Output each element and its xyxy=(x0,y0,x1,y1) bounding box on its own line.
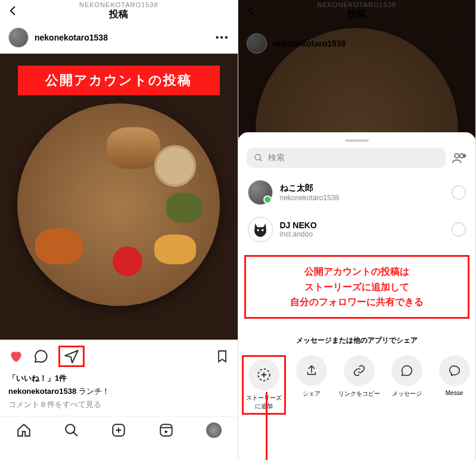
add-to-story-button[interactable]: ストーリーズに追加 xyxy=(242,355,286,415)
svg-rect-5 xyxy=(160,424,172,436)
svg-point-9 xyxy=(455,154,459,158)
contact-avatar xyxy=(248,180,273,205)
post-image[interactable]: 公開アカウントの投稿 xyxy=(0,54,238,340)
like-count[interactable]: 「いいね！」1件 xyxy=(8,373,229,384)
svg-point-0 xyxy=(66,424,74,433)
comment-icon[interactable] xyxy=(33,349,49,364)
search-placeholder: 検索 xyxy=(268,153,285,163)
reels-icon[interactable] xyxy=(158,422,174,438)
header-subtitle: NEKONEKOTARO1538 xyxy=(0,1,238,8)
search-icon[interactable] xyxy=(64,422,79,438)
share-icon[interactable] xyxy=(58,346,85,367)
share-sheet: 検索 ねこ太郎 nekonekotaro1538 DJ NEKO inst.an… xyxy=(238,132,476,460)
caption: nekonekotaro1538 ランチ！ xyxy=(8,386,229,397)
contact-handle: inst.andoo xyxy=(280,230,445,238)
contact-name: ねこ太郎 xyxy=(280,183,445,194)
more-icon[interactable]: ••• xyxy=(216,32,229,43)
message-button[interactable]: メッセージ xyxy=(385,355,429,398)
back-button[interactable] xyxy=(245,5,257,17)
search-input[interactable]: 検索 xyxy=(247,148,446,168)
post-header: nekonekotaro1538 ••• xyxy=(0,21,238,54)
svg-point-14 xyxy=(262,229,264,232)
view-comments[interactable]: コメント８件をすべて見る xyxy=(8,399,229,410)
share-label: メッセージ xyxy=(392,390,422,398)
share-label: シェア xyxy=(303,390,321,398)
post-meta: 「いいね！」1件 nekonekotaro1538 ランチ！ コメント８件をすべ… xyxy=(0,373,238,416)
copy-link-button[interactable]: リンクをコピー xyxy=(337,355,381,398)
contact-avatar xyxy=(248,217,273,242)
share-label: ストーリーズに追加 xyxy=(245,394,283,411)
contact-name: DJ NEKO xyxy=(280,220,445,230)
back-button[interactable] xyxy=(7,5,19,17)
bookmark-icon[interactable] xyxy=(215,349,229,363)
header: NEKONEKOTARO1538 投稿 xyxy=(0,0,238,21)
caption-username[interactable]: nekonekotaro1538 xyxy=(8,387,76,396)
share-label: リンクをコピー xyxy=(338,390,380,398)
contact-handle: nekonekotaro1538 xyxy=(280,194,445,202)
messenger-button[interactable]: Messe xyxy=(433,355,476,396)
select-radio[interactable] xyxy=(452,222,466,237)
callout-annotation: 公開アカウントの投稿は ストーリーズに追加して 自分のフォロワーに共有できる xyxy=(244,255,470,319)
svg-line-8 xyxy=(260,159,262,161)
share-options: ストーリーズに追加 シェア リンクをコピー メッセージ Messe xyxy=(238,352,476,423)
share-button[interactable]: シェア xyxy=(290,355,334,398)
create-group-icon[interactable] xyxy=(452,151,467,164)
contact-item[interactable]: ねこ太郎 nekonekotaro1538 xyxy=(238,174,476,211)
svg-point-7 xyxy=(255,154,260,160)
caption-text: ランチ！ xyxy=(79,387,110,396)
avatar[interactable] xyxy=(8,27,29,48)
select-radio[interactable] xyxy=(452,185,466,200)
sheet-handle[interactable] xyxy=(345,139,369,142)
header-title: 投稿 xyxy=(0,8,238,21)
profile-icon[interactable] xyxy=(206,422,222,438)
svg-point-13 xyxy=(257,229,259,232)
svg-line-1 xyxy=(73,432,77,436)
connector-line xyxy=(266,392,267,460)
add-post-icon[interactable] xyxy=(111,422,126,438)
action-bar xyxy=(0,340,238,373)
share-label: Messe xyxy=(446,390,463,396)
share-section-title: メッセージまたは他のアプリでシェア xyxy=(238,324,476,352)
home-icon[interactable] xyxy=(16,422,32,438)
like-icon[interactable] xyxy=(8,349,24,364)
post-username[interactable]: nekonekotaro1538 xyxy=(35,33,210,42)
contact-item[interactable]: DJ NEKO inst.andoo xyxy=(238,211,476,248)
bottom-nav xyxy=(0,416,238,446)
overlay-annotation: 公開アカウントの投稿 xyxy=(18,66,220,95)
